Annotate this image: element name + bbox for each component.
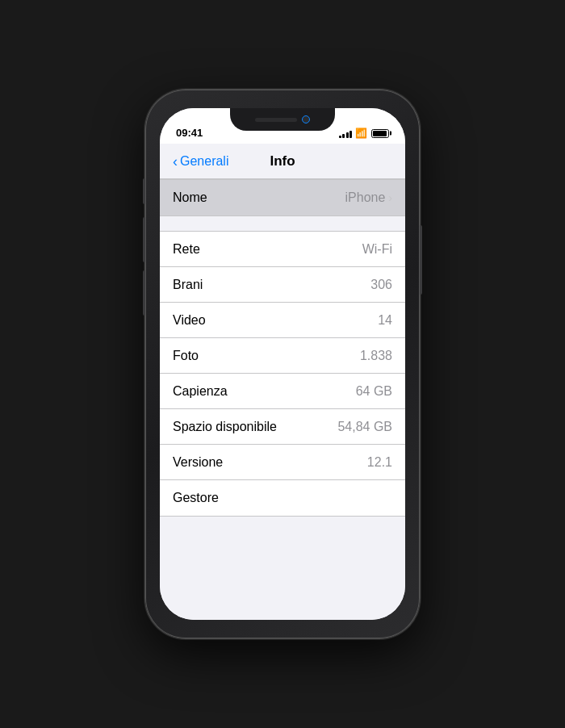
table-row[interactable]: Nome iPhone › xyxy=(160,180,405,215)
wifi-icon: 📶 xyxy=(355,128,367,139)
chevron-icon: › xyxy=(388,191,392,204)
row-label-video: Video xyxy=(173,313,378,328)
nav-title: Info xyxy=(270,153,295,169)
volume-up-button[interactable] xyxy=(143,217,145,262)
bar-2 xyxy=(342,134,345,138)
table-row: Video 14 xyxy=(160,303,405,338)
row-label-nome: Nome xyxy=(173,190,345,205)
battery-fill xyxy=(373,131,387,136)
row-value-nome: iPhone xyxy=(345,190,386,205)
row-value-video: 14 xyxy=(378,313,392,328)
section-nome: Nome iPhone › xyxy=(160,179,405,216)
row-label-versione: Versione xyxy=(173,455,367,470)
row-label-foto: Foto xyxy=(173,349,360,363)
bar-3 xyxy=(346,132,349,138)
mute-button[interactable] xyxy=(143,178,145,204)
row-label-brani: Brani xyxy=(173,278,370,292)
status-icons: 📶 xyxy=(339,128,390,139)
row-value-spazio: 54,84 GB xyxy=(337,420,392,434)
row-value-versione: 12.1 xyxy=(367,455,392,470)
bar-4 xyxy=(349,131,352,138)
row-value-rete: Wi-Fi xyxy=(362,242,392,257)
row-value-capienza: 64 GB xyxy=(356,384,392,399)
table-row: Gestore xyxy=(160,480,405,516)
signal-icon xyxy=(339,129,353,138)
notch xyxy=(230,108,335,131)
content: Nome iPhone › Rete Wi-Fi Brani 306 xyxy=(160,179,405,620)
camera xyxy=(302,115,310,123)
row-value-nome-container: iPhone › xyxy=(345,190,393,205)
section-gap-1 xyxy=(160,216,405,231)
nav-bar: ‹ Generali Info xyxy=(160,144,405,179)
table-row: Spazio disponibile 54,84 GB xyxy=(160,409,405,445)
speaker xyxy=(255,118,297,122)
back-arrow-icon: ‹ xyxy=(173,154,178,169)
row-value-foto: 1.838 xyxy=(360,349,392,363)
back-label: Generali xyxy=(180,154,228,169)
row-label-rete: Rete xyxy=(173,242,362,257)
table-row: Foto 1.838 xyxy=(160,338,405,374)
table-row: Versione 12.1 xyxy=(160,445,405,480)
section-info: Rete Wi-Fi Brani 306 Video 14 Foto 1.838… xyxy=(160,231,405,517)
power-button[interactable] xyxy=(420,225,422,295)
phone-frame: 09:41 📶 ‹ Generali Info xyxy=(145,90,420,638)
row-value-brani: 306 xyxy=(370,278,392,292)
battery-icon xyxy=(371,129,389,138)
table-row: Rete Wi-Fi xyxy=(160,232,405,267)
volume-down-button[interactable] xyxy=(143,270,145,316)
screen: 09:41 📶 ‹ Generali Info xyxy=(160,108,405,620)
table-row: Capienza 64 GB xyxy=(160,374,405,409)
table-row: Brani 306 xyxy=(160,267,405,303)
row-label-gestore: Gestore xyxy=(173,491,392,505)
row-label-spazio: Spazio disponibile xyxy=(173,420,337,434)
bar-1 xyxy=(339,136,341,138)
row-label-capienza: Capienza xyxy=(173,384,356,399)
